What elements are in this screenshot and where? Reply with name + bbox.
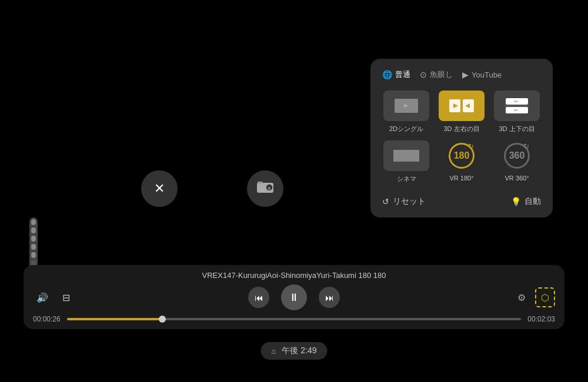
gear-icon: ⚙	[517, 292, 526, 303]
vr-tab-normal-label: 普通	[395, 69, 410, 80]
vr-mode-grid: 2Dシングル 3D 左右の目	[382, 91, 541, 183]
reset-icon: ↺	[382, 197, 389, 206]
progress-thumb[interactable]	[159, 316, 166, 323]
vr360-arrow: ↻	[523, 142, 530, 149]
vr-tab-fisheye-label: 魚眼し	[430, 69, 453, 80]
pause-button[interactable]: ⏸	[281, 284, 307, 310]
vol-bar-5	[31, 252, 36, 258]
vr-auto-label: 自動	[524, 196, 541, 207]
player-bar: VREX147-KururugiAoi-ShinomiyaYuri-Takumi…	[24, 265, 564, 329]
vr360-number: 360	[509, 151, 525, 160]
close-button[interactable]: ✕	[141, 170, 178, 207]
vr-reset-button[interactable]: ↺ リセット	[382, 196, 426, 207]
vr-label-vr360: VR 360°	[505, 175, 529, 182]
next-icon: ⏭	[325, 293, 334, 303]
svg-rect-14	[393, 150, 395, 162]
progress-row: 00:00:26 00:02:03	[33, 315, 555, 323]
vr-label-vr180: VR 180°	[449, 175, 473, 182]
vr-reset-label: リセット	[393, 196, 426, 207]
bulb-icon: 💡	[511, 197, 521, 206]
vr-label-cinema: シネマ	[397, 175, 416, 183]
vr-mode-button[interactable]: ⬡	[535, 287, 555, 307]
vr-mode-panel: 🌐 普通 ⊙ 魚眼し ▶ YouTube 2Dシングル	[370, 59, 553, 217]
vr-tab-normal[interactable]: 🌐 普通	[382, 69, 410, 80]
vr-item-2d[interactable]: 2Dシングル	[382, 91, 430, 133]
vr-thumb-3dud	[494, 91, 540, 121]
progress-fill	[67, 318, 162, 320]
svg-rect-16	[398, 152, 415, 159]
pause-icon: ⏸	[289, 291, 299, 304]
vr-label-3dlr: 3D 左右の目	[443, 125, 479, 133]
vr-tab-youtube[interactable]: ▶ YouTube	[462, 70, 502, 79]
prev-button[interactable]: ⏮	[248, 287, 269, 308]
vr-auto-button[interactable]: 💡 自動	[511, 196, 541, 207]
time-total: 00:02:03	[527, 315, 555, 323]
subtitle-icon: ⊟	[62, 292, 70, 303]
fisheye-icon: ⊙	[420, 70, 427, 79]
player-controls: 🔊 ⊟ ⏮ ⏸ ⏭ ⚙ ⬡	[33, 284, 555, 310]
time-current: 00:00:26	[33, 315, 61, 323]
settings-button[interactable]: ⚙	[513, 289, 530, 306]
vr-thumb-vr360: 360 ↻	[494, 140, 540, 171]
clock-time: 午後 2:49	[282, 346, 316, 356]
vol-bar-3	[31, 236, 36, 242]
vol-bar-1	[31, 219, 36, 225]
subtitle-button[interactable]: ⊟	[56, 288, 75, 307]
player-right-controls: ⚙ ⬡	[513, 287, 555, 307]
vr-label-3dud: 3D 上下の目	[499, 125, 534, 133]
folder-button[interactable]: 6	[247, 170, 283, 207]
progress-bar[interactable]	[67, 318, 521, 320]
youtube-icon: ▶	[462, 70, 469, 79]
vr360-circle: 360 ↻	[504, 143, 530, 169]
volume-icon: 🔊	[36, 292, 48, 303]
vr-item-cinema[interactable]: シネマ	[382, 140, 430, 183]
player-left-controls: 🔊 ⊟	[33, 288, 75, 307]
vr-thumb-3dlr	[439, 91, 485, 121]
vr-tab-fisheye[interactable]: ⊙ 魚眼し	[420, 69, 453, 80]
folder-icon: 6	[257, 180, 273, 197]
vr180-arrow: ↻	[468, 142, 475, 149]
vr-cube-icon: ⬡	[541, 292, 549, 303]
svg-rect-19	[258, 182, 263, 184]
volume-button[interactable]: 🔊	[33, 288, 52, 307]
vr-tabs: 🌐 普通 ⊙ 魚眼し ▶ YouTube	[382, 69, 541, 80]
vr-thumb-2d	[383, 91, 429, 121]
vol-bar-2	[31, 227, 36, 233]
vr-item-3dud[interactable]: 3D 上下の目	[493, 91, 541, 133]
svg-text:6: 6	[268, 186, 271, 191]
vr-tab-youtube-label: YouTube	[472, 71, 502, 79]
home-icon: ⌂	[272, 347, 276, 356]
player-center-controls: ⏮ ⏸ ⏭	[248, 284, 340, 310]
vr180-circle: 180 ↻	[449, 143, 475, 169]
player-title: VREX147-KururugiAoi-ShinomiyaYuri-Takumi…	[33, 271, 555, 280]
vr-panel-bottom: ↺ リセット 💡 自動	[382, 194, 541, 207]
vr-thumb-vr180: 180 ↻	[439, 140, 485, 171]
vr-thumb-cinema	[383, 140, 429, 171]
globe-icon: 🌐	[382, 70, 392, 79]
vol-bar-4	[31, 244, 36, 250]
close-icon: ✕	[154, 181, 165, 196]
next-button[interactable]: ⏭	[319, 287, 340, 308]
vr-label-2d: 2Dシングル	[389, 125, 423, 133]
svg-rect-15	[417, 150, 419, 162]
vr-item-3dlr[interactable]: 3D 左右の目	[437, 91, 486, 133]
vr180-number: 180	[454, 151, 470, 160]
vr-item-vr360[interactable]: 360 ↻ VR 360°	[493, 140, 541, 183]
prev-icon: ⏮	[255, 293, 263, 303]
vr-item-vr180[interactable]: 180 ↻ VR 180°	[437, 140, 486, 183]
clock-bar: ⌂ 午後 2:49	[261, 342, 328, 360]
